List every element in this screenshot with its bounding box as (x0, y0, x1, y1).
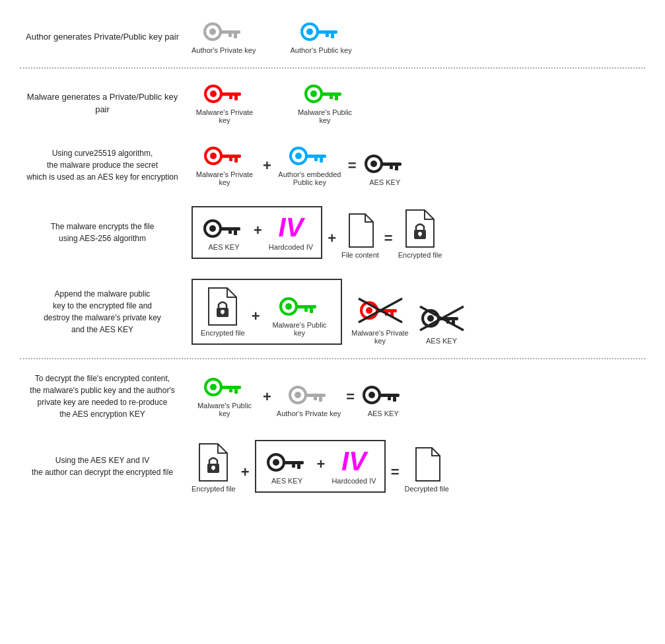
s7-aes-key: AES KEY (264, 450, 310, 485)
s3-aes-key-icon (362, 152, 408, 176)
section-5: Append the malware publickey to the encr… (20, 272, 645, 351)
svg-point-71 (295, 392, 301, 398)
s7-iv-text: IV (341, 448, 367, 474)
s7-iv-label: Hardcoded IV (332, 477, 376, 485)
s3-malware-private-key-icon (201, 144, 248, 168)
svg-point-36 (209, 225, 216, 232)
section-4: The malware encrypts the fileusing AES-2… (20, 199, 645, 266)
section-5-content: Encrypted file + Malware's Public key (192, 279, 645, 345)
s7-box: AES KEY + IV Hardcoded IV (255, 440, 386, 493)
section-2-content: Malware's Private key Malware's Public k… (192, 82, 645, 124)
section-1-label: Author generates Private/Public key pair (20, 30, 192, 44)
section-2: Malware generates a Private/Public key p… (20, 75, 645, 131)
s5-malware-public-key-icon (277, 295, 323, 318)
svg-rect-73 (319, 397, 322, 402)
s4-box: AES KEY + IV Hardcoded IV (192, 206, 322, 259)
s7-iv: IV Hardcoded IV (332, 448, 376, 485)
svg-rect-34 (390, 166, 393, 169)
author-private-key-block: Author's Private key (192, 20, 256, 54)
s5-crossed-malware-icon (357, 297, 403, 324)
s5-crossed-malware-wrapper (357, 297, 403, 326)
page: Author generates Private/Public key pair… (0, 0, 665, 519)
s5-crossed-aes-icon (419, 305, 465, 332)
svg-rect-22 (220, 155, 241, 158)
section-7-label: Using the AES KEY and IVthe author can d… (20, 454, 192, 478)
svg-rect-18 (335, 96, 338, 100)
svg-rect-74 (314, 397, 317, 400)
svg-point-26 (295, 153, 302, 159)
svg-point-76 (368, 392, 375, 398)
svg-rect-37 (219, 227, 240, 231)
svg-rect-39 (228, 231, 232, 234)
svg-point-6 (306, 28, 313, 35)
s3-aes-key-label: AES KEY (369, 178, 400, 186)
svg-rect-13 (234, 96, 238, 100)
s3-malware-private-label: Malware's Private key (192, 170, 258, 186)
s5-box: Encrypted file + Malware's Public key (192, 279, 342, 345)
svg-rect-27 (305, 155, 326, 158)
s5-encrypted-file: Encrypted file (201, 287, 245, 337)
s4-aes-label: AES KEY (208, 243, 239, 251)
svg-point-52 (366, 307, 372, 314)
section-3-label: Using curve25519 algorithm,the malware p… (20, 147, 192, 183)
section-1-content: Author's Private key Author's Public key (192, 20, 645, 54)
s6-op2: = (346, 388, 355, 417)
s5-crossed-aes-wrapper (419, 305, 465, 334)
s4-locked-file-icon (403, 209, 437, 248)
s4-encrypted-file: Encrypted file (398, 209, 442, 259)
section-6-content: Malware's Public key + Author's Private … (192, 375, 645, 417)
svg-rect-77 (378, 394, 400, 397)
svg-point-59 (427, 315, 434, 322)
s7-aes-label: AES KEY (271, 477, 302, 485)
s4-iv-text: IV (279, 214, 304, 240)
s3-op2: = (348, 157, 357, 186)
malware-public-key-block: Malware's Public key (292, 82, 358, 124)
svg-rect-29 (314, 158, 318, 161)
s6-malware-public-key: Malware's Public key (192, 375, 258, 417)
svg-rect-48 (295, 305, 316, 308)
s5-encrypted-label: Encrypted file (201, 329, 245, 337)
svg-rect-28 (320, 158, 323, 162)
malware-private-key-label: Malware's Private key (192, 108, 258, 124)
section-7-content: Encrypted file + AES KEY + (192, 440, 645, 493)
svg-rect-7 (316, 30, 337, 34)
s3-author-embedded-key-icon (287, 144, 333, 168)
svg-rect-86 (297, 464, 300, 469)
s3-author-embedded-key: Author's embedded Public key (277, 144, 343, 186)
s3-author-embedded-label: Author's embedded Public key (277, 170, 343, 186)
s7-decrypted-file-icon (412, 447, 441, 482)
author-private-key-label: Author's Private key (192, 46, 256, 54)
section-4-content: AES KEY + IV Hardcoded IV + File content… (192, 206, 645, 259)
s5-op1: + (252, 308, 260, 337)
svg-rect-38 (234, 231, 237, 235)
svg-rect-4 (228, 34, 232, 37)
svg-point-66 (210, 384, 217, 390)
s4-op2: + (328, 230, 336, 259)
s7-decrypted-file: Decrypted file (405, 447, 449, 493)
svg-rect-72 (304, 394, 326, 397)
section-6: To decrypt the file's encrypted content,… (20, 366, 645, 427)
s4-aes-key: AES KEY (201, 217, 247, 251)
s6-author-private-key-icon (286, 383, 332, 407)
s5-locked-file-icon (206, 287, 239, 326)
svg-point-21 (210, 153, 217, 159)
svg-rect-85 (283, 461, 304, 464)
author-public-key-block: Author's Public key (290, 20, 351, 54)
svg-rect-68 (234, 389, 238, 394)
s7-op2: + (317, 456, 326, 485)
s6-author-private-label: Author's Private key (277, 410, 341, 417)
svg-rect-3 (234, 34, 237, 38)
malware-private-key-block: Malware's Private key (192, 82, 258, 124)
section-1: Author generates Private/Public key pair… (20, 13, 645, 61)
s5-malware-public-key: Malware's Public key (267, 295, 333, 337)
svg-rect-49 (310, 308, 313, 313)
s6-malware-public-label: Malware's Public key (192, 402, 258, 417)
svg-rect-45 (222, 312, 223, 314)
svg-rect-79 (388, 397, 391, 400)
s6-aes-key-icon (360, 383, 406, 407)
s5-crossed-aes: AES KEY (419, 305, 465, 345)
s4-op1: + (254, 222, 262, 251)
svg-rect-42 (419, 234, 421, 236)
s6-aes-label: AES KEY (368, 410, 399, 417)
s3-op1: + (263, 157, 271, 186)
